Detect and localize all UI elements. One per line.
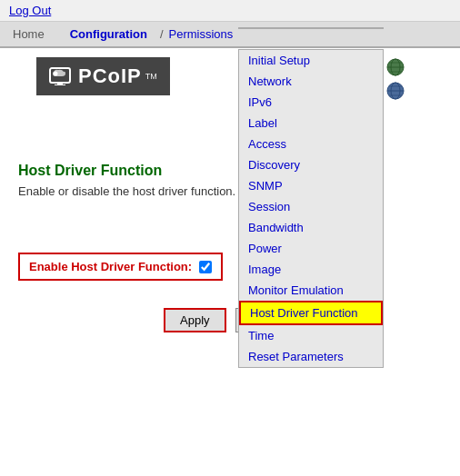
enable-checkbox[interactable] [199,261,212,273]
logout-link[interactable]: Log Out [9,4,51,17]
logo-box: PCoIP TM [36,57,170,95]
menu-item-snmp[interactable]: SNMP [239,175,383,196]
menu-item-monitor-emulation[interactable]: Monitor Emulation [239,280,383,301]
svg-rect-2 [55,84,65,85]
globe-icons [385,57,405,101]
menu-item-power[interactable]: Power [239,238,383,259]
checkbox-label: Enable Host Driver Function: [29,260,192,273]
enable-checkbox-container: Enable Host Driver Function: [18,253,223,281]
menu-item-access[interactable]: Access [239,134,383,154]
logo-area: PCoIP TM [36,57,170,95]
globe-icon-1 [385,57,405,77]
menu-item-image[interactable]: Image [239,259,383,280]
top-bar: Log Out [0,0,460,22]
menu-item-network[interactable]: Network [239,71,383,92]
svg-rect-1 [57,83,63,84]
menu-item-label[interactable]: Label [239,113,383,134]
menu-item-ipv6[interactable]: IPv6 [239,92,383,113]
nav-configuration[interactable]: Configuration [57,22,160,46]
config-dropdown-menu: Initial SetupNetworkIPv6LabelAccessDisco… [238,49,384,368]
logo-tm: TM [145,72,157,81]
pcoip-logo-icon [49,66,75,86]
nav-bar: Home Configuration / Permissions Initial… [0,22,460,48]
apply-button[interactable]: Apply [164,308,226,332]
globe-icon-2 [385,81,405,101]
menu-item-session[interactable]: Session [239,196,383,217]
menu-item-host-driver-function[interactable]: Host Driver Function [239,301,383,325]
logo-text: PCoIP [78,64,142,88]
menu-item-reset-parameters[interactable]: Reset Parameters [239,346,383,367]
main-content: PCoIP TM Host Driver Function Enable or … [0,48,460,347]
menu-item-bandwidth[interactable]: Bandwidth [239,217,383,238]
dropdown-overlay [238,27,384,29]
menu-item-discovery[interactable]: Discovery [239,154,383,175]
nav-home[interactable]: Home [0,22,57,46]
nav-permissions[interactable]: Permissions [164,22,239,46]
menu-item-initial-setup[interactable]: Initial Setup [239,50,383,71]
menu-item-time[interactable]: Time [239,325,383,346]
